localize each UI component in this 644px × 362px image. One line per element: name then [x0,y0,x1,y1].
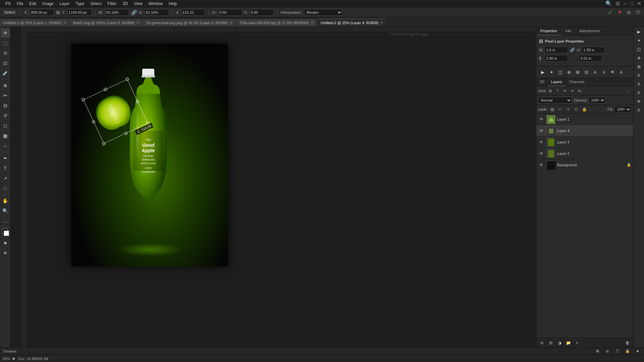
menu-3d[interactable]: 3D [120,1,130,7]
prop-h-input[interactable] [582,47,605,53]
status-arrow[interactable]: ▶ [13,356,15,361]
prop-icon-9[interactable]: 👁 [609,68,616,76]
right-icon-6[interactable]: A [635,72,643,79]
h-input[interactable] [145,9,169,16]
prop-icon-8[interactable]: ≡ [600,68,607,76]
prop-icon-2[interactable]: ✦ [548,68,555,76]
tab-close-4[interactable]: ✕ [311,21,314,24]
right-icon-9[interactable]: 👁 [635,98,643,105]
text-tool[interactable]: T [1,164,10,173]
eraser-tool[interactable]: ◻ [1,121,10,130]
prop-icon-10[interactable]: A [618,68,625,76]
layer1-vis-icon[interactable]: 👁 [538,116,544,122]
vskew-input[interactable] [250,9,274,16]
layer-new-btn[interactable]: + [573,339,581,347]
lock-move-icon[interactable]: ✛ [565,106,571,112]
stamp-tool[interactable]: ⊟ [1,101,10,110]
menu-type[interactable]: Type [73,1,87,7]
background-vis-icon[interactable]: 👁 [538,162,544,168]
layer-item-layer4[interactable]: 👁 Layer 4 [536,125,633,136]
minimize-icon[interactable]: ─ [623,1,627,7]
right-icon-8[interactable]: A [635,89,643,97]
gradient-tool[interactable]: ▦ [1,131,10,140]
fill-select[interactable]: 100% 75% [614,106,631,113]
arrange-icon[interactable]: ⊞ [615,0,620,7]
menu-help[interactable]: Help [166,1,180,7]
commit-transform-btn[interactable]: ✓ [606,9,614,16]
tab-close-1[interactable]: ✕ [63,21,66,24]
layer-item-layer1[interactable]: 👁 Layer 1 [536,114,633,125]
right-icon-1[interactable]: ▶ [635,28,643,36]
right-icon-2[interactable]: ✦ [635,37,643,44]
layer-mask-btn[interactable]: ⊟ [547,339,554,347]
right-icon-4[interactable]: ⊕ [635,54,643,62]
layer-filter-icon-1[interactable]: ⊞ [547,88,553,94]
shield-icon[interactable]: 🛡 [635,9,642,16]
layer-filter-icon-5[interactable]: fx [577,88,583,94]
maximize-icon[interactable]: □ [630,1,634,7]
layer4-vis-icon[interactable]: 👁 [538,128,544,134]
more-tools[interactable]: … [1,216,10,226]
layer-item-layer2[interactable]: 👁 Layer 2 [536,148,633,159]
layer-group-btn[interactable]: 📁 [565,339,572,347]
prop-icon-3[interactable]: ◫ [556,68,564,76]
interpolation-select[interactable]: Bicubic Bilinear Nearest Neighbor [304,9,342,16]
pen-tool[interactable]: ✒ [1,154,10,163]
lock-all-icon[interactable]: 🔒 [581,106,587,112]
prop-link-icon[interactable]: 🔗 [570,48,575,52]
zoom-tool[interactable]: 🔍 [1,206,10,216]
tab-close-2[interactable]: ✕ [137,21,139,24]
cancel-transform-btn[interactable]: ✕ [616,9,623,16]
brush-tool[interactable]: ✏ [1,91,10,100]
tab-untitled2[interactable]: Untitled-2 @ 25% (Layer 4, RGB/8) ✕ [317,18,387,26]
tab-greenleaf[interactable]: 53-green-leaf-png.png @ 33.3% (Layer 0, … [143,18,236,26]
prop-x-input[interactable] [544,55,568,62]
right-icon-7[interactable]: A [635,80,643,88]
menu-edit[interactable]: Edit [26,1,39,7]
layer3-vis-icon[interactable]: 👁 [538,139,544,145]
menu-image[interactable]: Image [40,1,56,7]
blend-mode-select[interactable]: Normal Multiply Screen Overlay [538,97,572,104]
canvas-area[interactable]: ©JuJoyDesignBangia [11,27,536,347]
layer-fx-btn[interactable]: fx [538,339,546,347]
lasso-tool[interactable]: ⊙ [1,48,10,58]
eyedropper-tool[interactable]: 💉 [1,68,10,78]
warp-icon[interactable]: ⊙ [625,9,633,16]
tab-untitled1[interactable]: Untitled-1 @ 25% (Layer 1, RGB/8) ✕ [0,18,70,26]
timeline-ctrl-1[interactable]: ⊞ [594,348,601,355]
healing-tool[interactable]: ⊕ [1,81,10,90]
lock-pixel-icon[interactable]: ▦ [549,106,555,112]
menu-select[interactable]: Select [88,1,104,7]
layers-channels-tab[interactable]: Channels [566,78,588,86]
menu-ps[interactable]: PS [3,1,13,7]
move-tool[interactable]: ✛ [1,28,10,38]
layer-filter-icon-3[interactable]: ✒ [562,88,568,94]
menu-file[interactable]: File [14,1,26,7]
path-select-tool[interactable]: ↗ [1,174,10,183]
menu-window[interactable]: Window [146,1,166,7]
y-input[interactable] [67,9,92,16]
tab-basil[interactable]: Basil1.png @ 100% (Layer 0, RGB/8) ✕ [70,18,143,26]
prop-icon-1[interactable]: ▶ [539,68,546,76]
menu-filter[interactable]: Filter [105,1,119,7]
screen-mode[interactable]: ⊞ [1,248,10,257]
layer-adj-btn[interactable]: ◑ [556,339,563,347]
close-icon[interactable]: ✕ [637,0,641,7]
layer-delete-btn[interactable]: 🗑 [624,339,631,347]
layer2-vis-icon[interactable]: 👁 [538,150,544,157]
lock-artboard-icon[interactable]: ⊡ [573,106,579,112]
prop-y-input[interactable] [579,55,602,62]
properties-tab[interactable]: Properties [536,27,561,36]
history-tool[interactable]: ↺ [1,111,10,120]
prop-icon-4[interactable]: ⊕ [565,68,573,76]
search-icon[interactable]: 🔍 [605,0,612,7]
layer-item-layer3[interactable]: 👁 Layer 3 [536,136,633,148]
layers-3d-tab[interactable]: 3D [536,78,548,86]
edit-in-quick-mask[interactable]: ◉ [1,238,10,247]
prop-w-input[interactable] [544,47,568,53]
adjustments-tab[interactable]: Adjustments [576,27,604,36]
prop-icon-7[interactable]: A [591,68,599,76]
timeline-ctrl-3[interactable]: 🎵 [614,348,621,355]
lock-brush-icon[interactable]: ✏ [557,106,563,112]
layer-filter-icon-4[interactable]: ✦ [569,88,575,94]
